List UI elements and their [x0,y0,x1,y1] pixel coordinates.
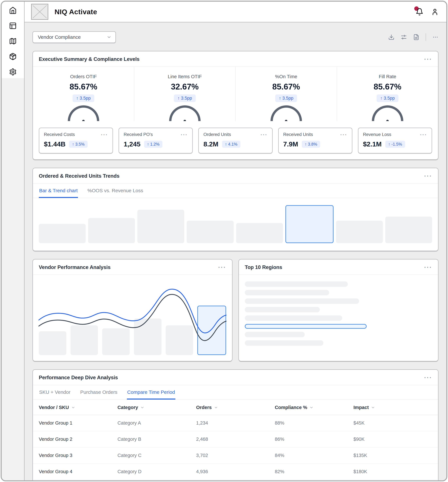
kpi-column: %On Time85.67%↑ 3.5pp [235,67,337,121]
kpi-value: 32.67% [134,82,235,92]
region-bar-skeleton[interactable] [245,332,305,337]
card-more-button[interactable]: ··· [424,376,432,379]
table-column-header[interactable]: Compliance % [275,400,353,415]
sidebar-item-home[interactable] [9,7,17,14]
top-bar: NIQ Activate [24,2,446,23]
card-more-button[interactable]: ··· [424,58,432,61]
kpi-value: 85.67% [236,82,337,92]
table-row[interactable]: Vendor Group 4Category D4,93682%$180K [33,464,438,480]
table-cell: 1,234 [196,415,275,431]
sidebar-item-panels[interactable] [9,22,17,30]
table-column-header[interactable]: Impact [353,400,432,415]
toolbar-sliders-button[interactable] [401,34,407,40]
table-cell: 3,702 [196,447,275,463]
card-title: Ordered & Received Units Trends [39,173,120,179]
user-menu-button[interactable] [431,8,439,16]
table-column-header[interactable]: Vendor / SKU [39,400,117,415]
toolbar-ellipsis-button[interactable] [432,34,439,40]
page-controls: Vendor Compliance [32,31,439,43]
metric-label: Revenue Loss [363,132,391,137]
region-bar-skeleton[interactable] [245,298,359,304]
home-icon [9,7,17,14]
region-bar-skeleton[interactable] [245,290,329,295]
card-more-button[interactable]: ··· [218,266,226,269]
table-column-header[interactable]: Category [117,400,196,415]
document-icon [413,34,419,40]
deep-dive-tab[interactable]: SKU + Vendor [39,385,71,400]
sidebar-item-settings[interactable] [9,68,17,76]
trend-bar-skeleton[interactable] [336,221,383,243]
trends-tab[interactable]: %OOS vs. Revenue Loss [87,184,144,198]
trend-bar-skeleton[interactable] [137,210,184,243]
card-more-button[interactable]: ··· [424,266,432,269]
metric-card[interactable]: Received Units···7.9M↑ 3.8% [278,128,352,154]
deep-dive-tab[interactable]: Compare Time Period [127,385,175,400]
metric-delta-badge: ↑ 3.5% [69,141,88,148]
metric-card[interactable]: Received Costs···$1.44B↑ 3.5% [39,128,113,154]
kpi-value: 85.67% [337,82,438,92]
trend-bar-skeleton[interactable] [88,218,135,243]
table-cell: Vendor Group 5 [39,480,117,481]
page-toolbar [388,33,439,41]
kpi-gauge [169,105,201,121]
main-content: Vendor Compliance Executive Summary & Co… [24,23,446,480]
table-cell: Vendor Group 3 [39,447,117,463]
region-bar-highlighted[interactable] [245,324,367,329]
toolbar-download-button[interactable] [388,34,394,40]
metric-more-button[interactable]: ··· [261,133,268,136]
trend-bar-highlighted[interactable] [285,205,334,243]
trend-bar-skeleton[interactable] [39,224,86,243]
metric-more-button[interactable]: ··· [101,133,108,136]
notifications-button[interactable] [416,8,424,16]
table-cell: $45K [353,415,432,431]
map-icon [9,37,17,45]
metric-card[interactable]: Ordered Units···8.2M↑ 4.1% [198,128,272,154]
gauge-arc [68,105,99,121]
trend-bar-skeleton[interactable] [187,221,233,243]
metric-card[interactable]: Received PO's···1,245↑ 1.2% [119,128,193,154]
region-bar-skeleton[interactable] [245,315,342,321]
region-bar-skeleton[interactable] [245,307,320,312]
trend-bar-skeleton[interactable] [385,217,432,243]
metric-more-button[interactable]: ··· [420,133,427,136]
region-bar-skeleton[interactable] [245,281,348,287]
trend-bar-skeleton[interactable] [236,223,283,243]
report-selector[interactable]: Vendor Compliance [32,31,116,43]
metric-value: $2.1M [363,140,382,148]
table-cell: 80% [275,480,353,481]
kpi-column: Line Items OTIF32.67%↑ 3.5pp [134,67,235,121]
deep-dive-tab[interactable]: Purchase Orders [80,385,118,400]
table-row[interactable]: Vendor Group 1Category A1,23488%$45K [33,415,438,431]
metric-label: Received PO's [124,132,153,137]
gauge-arc [271,105,302,121]
card-more-button[interactable]: ··· [424,175,432,178]
sidebar-item-map[interactable] [9,37,17,45]
metric-more-button[interactable]: ··· [340,133,347,136]
table-header-row: Vendor / SKUCategoryOrdersCompliance %Im… [33,400,438,415]
metric-value-row: 8.2M↑ 4.1% [203,140,267,148]
trends-tab[interactable]: Bar & Trend chart [39,184,78,198]
metric-label: Received Costs [44,132,75,137]
report-selector-value: Vendor Compliance [38,34,81,40]
metric-more-button[interactable]: ··· [181,133,188,136]
top-actions [416,8,439,16]
table-cell: $135K [353,447,432,463]
card-header: Performance Deep Dive Analysis ··· [33,370,438,385]
sidebar-item-package[interactable] [9,53,17,60]
table-cell: Vendor Group 1 [39,415,117,431]
table-row[interactable]: Vendor Group 2Category B2,46886%$90K [33,431,438,447]
table-cell: Vendor Group 2 [39,431,117,447]
metric-delta-badge: ↑ 4.1% [222,141,240,148]
metric-delta-badge: ↑ 1.2% [144,141,162,148]
toolbar-divider [425,33,426,41]
toolbar-document-button[interactable] [413,34,419,40]
table-row[interactable]: Vendor Group 3Category C3,70284%$135K [33,447,438,464]
table-row[interactable]: Vendor Group 5Category E6,17080%$225K [33,480,438,481]
region-bar-skeleton[interactable] [245,340,323,346]
table-cell: $180K [353,464,432,480]
kpi-delta-badge: ↑ 3.5pp [377,94,398,102]
metric-card[interactable]: Revenue Loss···$2.1M↑ -1.5% [358,128,432,154]
gauge-needle-dot [285,120,287,121]
executive-summary-card: Executive Summary & Compliance Levels ··… [32,51,439,160]
table-column-header[interactable]: Orders [196,400,275,415]
